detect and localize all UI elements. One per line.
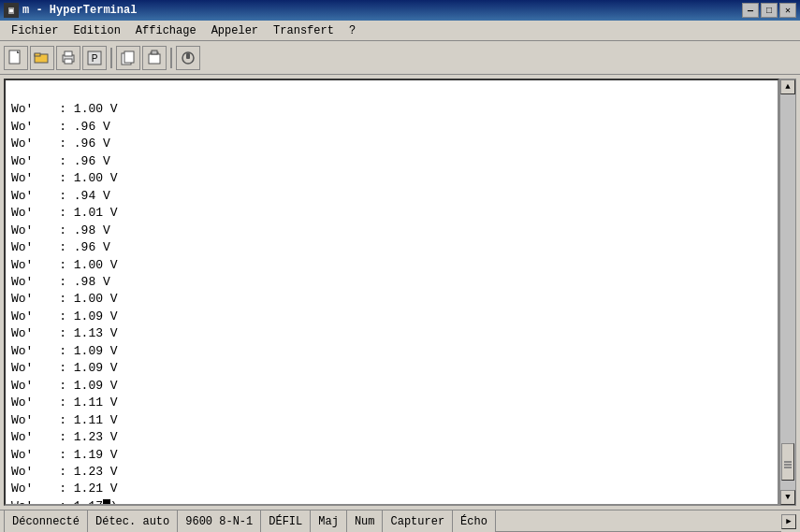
- status-capture[interactable]: Capturer: [383, 510, 453, 532]
- vertical-scrollbar[interactable]: ▲ ▼: [779, 79, 796, 506]
- terminal-area[interactable]: Woo' : 1.00 V Wo' : .96 V Wo' : .96 V Wo…: [4, 79, 779, 506]
- svg-rect-6: [65, 51, 72, 56]
- svg-rect-5: [65, 59, 72, 64]
- status-detection: Détec. auto: [88, 510, 178, 532]
- minimize-button[interactable]: —: [742, 3, 759, 18]
- properties-button[interactable]: P: [82, 46, 107, 70]
- svg-text:P: P: [92, 53, 98, 64]
- scroll-thumb-grip: [784, 461, 792, 463]
- menu-appeler[interactable]: Appeler: [204, 21, 266, 40]
- menu-edition[interactable]: Edition: [65, 21, 127, 40]
- svg-rect-10: [124, 51, 134, 63]
- menu-affichage[interactable]: Affichage: [128, 21, 204, 40]
- copy-button[interactable]: [116, 46, 140, 70]
- menu-transfert[interactable]: Transfert: [266, 21, 342, 40]
- status-echo[interactable]: Écho: [453, 510, 496, 532]
- status-connection: Déconnecté: [4, 510, 88, 532]
- status-baud: 9600 8-N-1: [178, 510, 261, 532]
- scroll-up-arrow[interactable]: ▲: [780, 79, 795, 94]
- print-button[interactable]: [56, 46, 80, 70]
- dial-button[interactable]: [176, 46, 200, 70]
- menu-bar: Fichier Edition Affichage Appeler Transf…: [0, 21, 800, 41]
- status-num[interactable]: Num: [347, 510, 384, 532]
- terminal-content: Woo' : 1.00 V Wo' : .96 V Wo' : .96 V Wo…: [6, 80, 778, 504]
- menu-help[interactable]: ?: [342, 21, 363, 40]
- scroll-thumb[interactable]: [781, 443, 794, 481]
- new-button[interactable]: [4, 46, 28, 70]
- title-bar-controls: — □ ✕: [742, 3, 796, 18]
- scroll-down-arrow[interactable]: ▼: [780, 490, 795, 505]
- svg-rect-12: [149, 54, 160, 64]
- svg-rect-3: [35, 53, 40, 56]
- status-bar: Déconnecté Détec. auto 9600 8-N-1 DÉFIL …: [0, 510, 800, 532]
- status-scroll[interactable]: DÉFIL: [261, 510, 311, 532]
- svg-rect-13: [152, 50, 157, 54]
- svg-rect-15: [186, 53, 190, 59]
- title-bar: ▣ m - HyperTerminal — □ ✕: [0, 0, 800, 21]
- toolbar-separator-1: [110, 48, 112, 68]
- title-bar-left: ▣ m - HyperTerminal: [4, 3, 137, 18]
- menu-fichier[interactable]: Fichier: [4, 21, 65, 40]
- toolbar-separator-2: [170, 48, 172, 68]
- open-button[interactable]: [30, 46, 54, 70]
- app-icon: ▣: [4, 3, 19, 18]
- window-title: m - HyperTerminal: [22, 4, 137, 17]
- status-maj[interactable]: Maj: [311, 510, 347, 532]
- close-button[interactable]: ✕: [779, 3, 796, 18]
- terminal-container: Woo' : 1.00 V Wo' : .96 V Wo' : .96 V Wo…: [0, 75, 800, 510]
- toolbar: P: [0, 41, 800, 75]
- maximize-button[interactable]: □: [761, 3, 778, 18]
- paste-button[interactable]: [142, 46, 167, 70]
- scroll-track[interactable]: [780, 94, 795, 490]
- scroll-right-arrow[interactable]: ▶: [781, 514, 796, 529]
